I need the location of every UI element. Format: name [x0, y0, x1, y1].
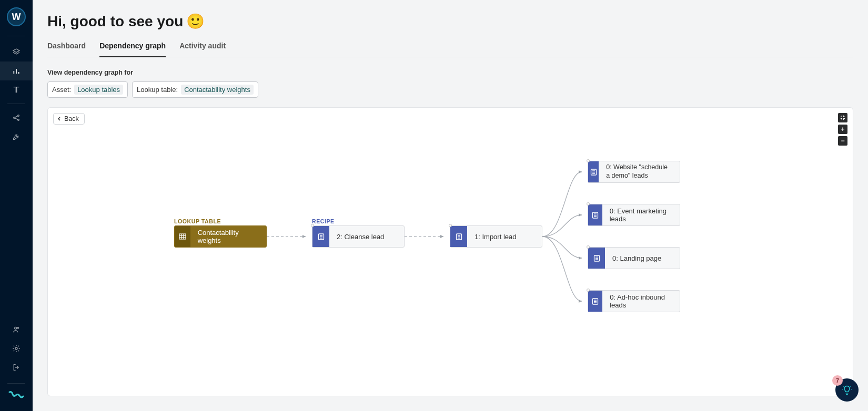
nav-share[interactable] — [0, 108, 33, 127]
filter-lookup-label: Lookup table: — [137, 86, 178, 94]
svg-marker-13 — [579, 300, 582, 303]
svg-marker-7 — [302, 235, 306, 238]
filter-asset-label: Asset: — [52, 86, 71, 94]
nav-analytics[interactable] — [0, 61, 33, 80]
node-step-import[interactable]: 1: Import lead — [450, 225, 542, 248]
svg-point-2 — [18, 119, 19, 121]
filter-asset-value: Lookup tables — [74, 85, 123, 95]
tab-dependency-graph[interactable]: Dependency graph — [99, 42, 166, 57]
svg-point-0 — [14, 117, 15, 119]
svg-point-4 — [17, 327, 19, 328]
node-leaf3-title: 0: Ad-hoc inbound leads — [602, 291, 680, 312]
graph: LOOKUP TABLE RECIPE Contactability weigh… — [48, 108, 853, 396]
filter-heading: View dependency graph for — [47, 69, 853, 76]
svg-point-3 — [15, 327, 17, 329]
nav-logout[interactable] — [0, 358, 33, 377]
node-leaf0-title: 0: Website "schedule a demo" leads — [599, 161, 680, 182]
book-icon — [12, 86, 21, 94]
greeting-emoji: 🙂 — [186, 13, 205, 30]
tab-dashboard[interactable]: Dashboard — [47, 42, 86, 57]
nav-tools[interactable] — [0, 127, 33, 146]
graph-canvas[interactable]: Back + − — [47, 107, 853, 396]
brand-mark-icon — [8, 390, 24, 399]
users-icon — [12, 325, 21, 334]
notification-badge: 7 — [832, 375, 843, 386]
node-root-title: Contactability weights — [190, 226, 266, 247]
svg-line-44 — [843, 386, 844, 387]
port-icon — [587, 202, 590, 206]
nav-layers[interactable] — [0, 43, 33, 61]
recipe-icon — [588, 291, 602, 312]
port-icon — [587, 289, 590, 292]
wrench-icon — [12, 132, 21, 141]
node-type-label-lookup: LOOKUP TABLE — [174, 218, 221, 224]
nav-users[interactable] — [0, 320, 33, 339]
sidebar: W — [0, 0, 33, 411]
node-leaf-website[interactable]: 0: Website "schedule a demo" leads — [588, 161, 680, 183]
recipe-icon — [588, 161, 599, 182]
node-step-cleanse[interactable]: 2: Cleanse lead — [312, 225, 405, 248]
node-leaf-landing[interactable]: 0: Landing page — [588, 247, 680, 269]
port-icon — [587, 245, 590, 249]
graph-edges — [48, 108, 853, 396]
filter-lookup-table[interactable]: Lookup table: Contactability weights — [132, 81, 258, 98]
recipe-icon — [588, 204, 602, 225]
node-leaf1-title: 0: Event marketing leads — [602, 204, 680, 225]
recipe-icon — [450, 226, 467, 247]
lightbulb-icon — [842, 384, 852, 396]
app-logo[interactable]: W — [7, 7, 26, 26]
svg-rect-14 — [179, 234, 186, 239]
node-leaf2-title: 0: Landing page — [605, 248, 669, 269]
svg-marker-10 — [579, 170, 582, 173]
node-step1-title: 1: Import lead — [467, 226, 524, 247]
tabs: Dashboard Dependency graph Activity audi… — [47, 42, 853, 57]
svg-marker-12 — [579, 256, 582, 260]
divider — [7, 383, 25, 384]
svg-marker-11 — [579, 213, 582, 217]
table-icon — [175, 226, 190, 247]
node-step2-title: 2: Cleanse lead — [329, 226, 391, 247]
svg-point-1 — [18, 115, 19, 117]
recipe-icon — [588, 248, 605, 269]
nav-docs[interactable] — [0, 80, 33, 99]
svg-marker-9 — [440, 235, 443, 238]
port-icon — [587, 159, 590, 162]
filter-lookup-value: Contactability weights — [181, 85, 254, 95]
gear-icon — [12, 344, 21, 353]
divider — [7, 104, 25, 104]
node-type-label-recipe: RECIPE — [312, 218, 335, 224]
logout-icon — [12, 363, 21, 372]
node-leaf-adhoc[interactable]: 0: Ad-hoc inbound leads — [588, 290, 680, 312]
port-icon — [449, 224, 452, 227]
filter-asset[interactable]: Asset: Lookup tables — [47, 81, 128, 98]
share-icon — [12, 114, 21, 122]
filters: Asset: Lookup tables Lookup table: Conta… — [47, 81, 853, 98]
tab-activity-audit[interactable]: Activity audit — [179, 42, 226, 57]
svg-line-45 — [851, 386, 851, 387]
recipe-icon — [312, 226, 329, 247]
port-icon — [311, 224, 314, 227]
greeting-text: Hi, good to see you — [47, 13, 183, 30]
node-leaf-event[interactable]: 0: Event marketing leads — [588, 204, 680, 226]
bar-chart-icon — [12, 67, 21, 75]
layers-icon — [12, 48, 21, 56]
svg-point-5 — [15, 347, 17, 350]
main-content: Hi, good to see you 🙂 Dashboard Dependen… — [33, 0, 868, 411]
nav-settings[interactable] — [0, 339, 33, 358]
node-root[interactable]: Contactability weights — [174, 225, 267, 248]
help-fab[interactable]: 7 — [835, 378, 859, 402]
page-greeting: Hi, good to see you 🙂 — [47, 13, 853, 30]
